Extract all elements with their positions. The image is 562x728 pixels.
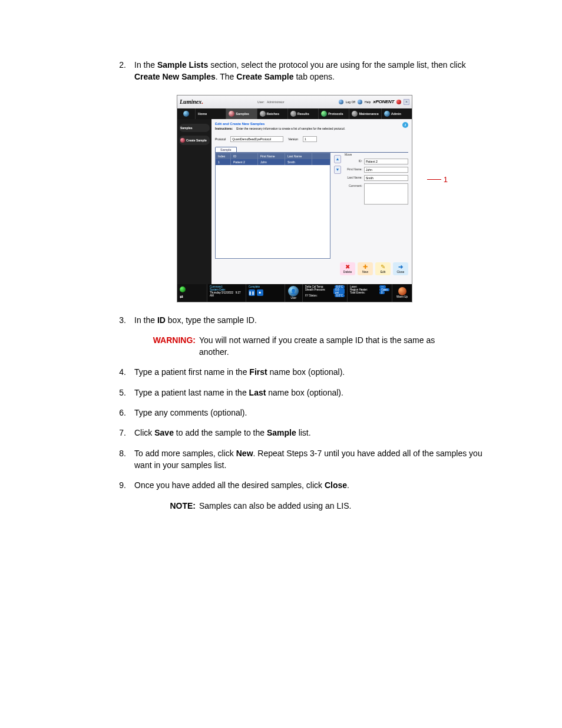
create-sample-icon (180, 138, 185, 143)
user-value: Administrator (267, 100, 284, 104)
move-up-button[interactable]: ▲ (334, 155, 341, 163)
home-icon (183, 111, 189, 117)
close-button[interactable]: ➜Close (393, 262, 408, 275)
id-label: ID: (345, 159, 362, 163)
step-2: 2. In the Sample Lists section, select t… (118, 59, 491, 83)
protocols-icon (321, 111, 327, 117)
step-3: 3. In the ID box, type the sample ID. (118, 314, 491, 326)
col-firstname: First Name (258, 153, 285, 159)
note-block: NOTE: Samples can also be added using an… (148, 500, 491, 512)
panel-title: Edit and Create New Samples (215, 122, 408, 126)
user-label: User: (257, 100, 265, 104)
status-bar: ⇄ Command: System Date: Thursday 5/12/20… (177, 284, 412, 302)
close-icon: ➜ (398, 264, 403, 270)
delete-icon: ✖ (345, 264, 350, 270)
window-close-button[interactable]: × (404, 99, 409, 105)
results-icon (290, 111, 296, 117)
col-id: ID (231, 153, 258, 159)
new-button[interactable]: ✚New (358, 262, 373, 275)
user-icon[interactable]: 👤 (288, 286, 299, 297)
help-icon[interactable] (358, 100, 362, 104)
stop-button[interactable]: ■ (257, 289, 263, 296)
protocol-input[interactable] (230, 136, 283, 142)
comment-label: Comment: (345, 183, 362, 187)
sidebar-create-sample[interactable]: Create Sample (179, 136, 210, 145)
nav-results[interactable]: Results (287, 108, 318, 119)
protocol-label: Protocol (215, 137, 226, 141)
home-button[interactable] (177, 108, 195, 119)
table-row[interactable]: 1 Patient 2 John Smith (216, 159, 330, 165)
step-5: 5.Type a patient last name in the Last n… (118, 387, 491, 398)
firstname-input[interactable] (364, 167, 408, 173)
info-icon[interactable]: i (402, 122, 408, 128)
warmup-icon[interactable] (398, 287, 406, 295)
version-input[interactable] (303, 136, 317, 142)
status-check-icon (180, 286, 186, 292)
nav-protocols[interactable]: Protocols (318, 108, 349, 119)
warning-block: WARNING: You will not warned if you crea… (148, 334, 491, 358)
brand-logo: Luminex. (180, 98, 203, 105)
samples-grid: Index ID First Name Last Name 1 Patient … (215, 153, 330, 259)
col-lastname: Last Name (285, 153, 312, 159)
step-7: 7.Click Save to add the sample to the Sa… (118, 427, 491, 439)
lastname-input[interactable] (364, 175, 408, 181)
help-link[interactable]: Help (365, 100, 371, 104)
pause-button[interactable]: ❚❚ (249, 289, 255, 296)
nav-home[interactable]: Home (195, 108, 226, 119)
app-window: Luminex. User: Administrator Log Off Hel… (177, 95, 412, 302)
step-9: 9.Once you have added all the desired sa… (118, 479, 491, 491)
id-input[interactable] (364, 159, 408, 164)
samples-icon (229, 111, 234, 117)
comment-input[interactable] (364, 183, 408, 205)
step-8: 8.To add more samples, click New. Repeat… (118, 447, 491, 472)
nav-maintenance[interactable]: Maintenance (349, 108, 381, 119)
maintenance-icon (352, 111, 358, 117)
nav-batches[interactable]: Batches (257, 108, 287, 119)
product-name: xPONENT (373, 99, 394, 104)
product-orb-icon (396, 100, 401, 104)
edit-icon: ✎ (381, 264, 385, 270)
step-6: 6.Type any comments (optional). (118, 407, 491, 419)
delete-button[interactable]: ✖Delete (340, 262, 355, 275)
instructions-text: Enter the necessary information to creat… (236, 127, 345, 130)
move-label: Move (345, 153, 408, 156)
edit-button[interactable]: ✎Edit (375, 262, 391, 275)
tab-sample[interactable]: Sample (215, 147, 237, 152)
batches-icon (260, 111, 266, 117)
logoff-icon[interactable] (339, 100, 343, 104)
nav-samples[interactable]: Samples (226, 108, 256, 119)
firstname-label: First Name: (345, 167, 362, 171)
new-icon: ✚ (363, 264, 368, 270)
move-down-button[interactable]: ▼ (334, 166, 341, 174)
step-4: 4.Type a patient first name in the First… (118, 366, 491, 378)
admin-icon (384, 111, 390, 117)
screenshot-figure: Luminex. User: Administrator Log Off Hel… (177, 95, 430, 302)
nav-admin[interactable]: Admin (381, 108, 412, 119)
lastname-label: Last Name: (345, 175, 362, 179)
col-index: Index (216, 153, 231, 159)
callout-1: 1 (427, 175, 448, 184)
logoff-link[interactable]: Log Off (346, 100, 355, 104)
sidebar-samples[interactable]: Samples (179, 124, 210, 132)
version-label: Version (288, 137, 298, 141)
instructions-label: Instructions: (215, 127, 233, 130)
